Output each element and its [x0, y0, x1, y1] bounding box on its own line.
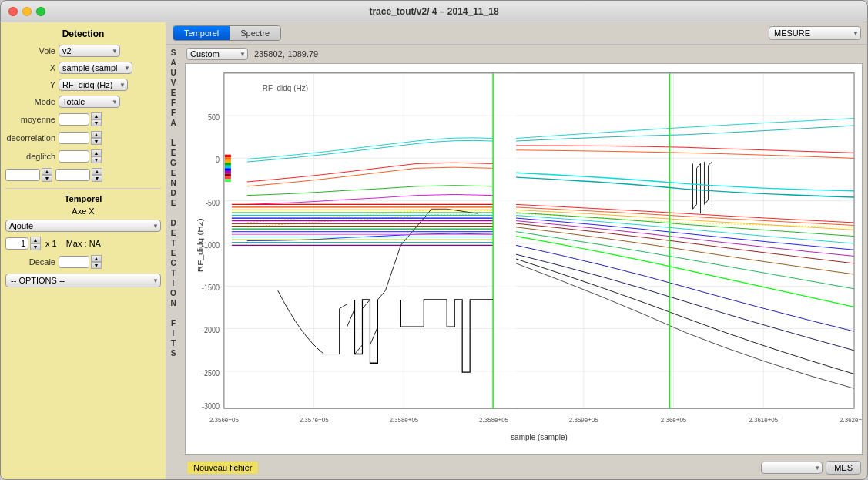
- val-neg-down[interactable]: ▼: [42, 175, 52, 182]
- voie-select[interactable]: v2: [59, 45, 120, 57]
- val-hz-input[interactable]: 30 Hz: [55, 169, 90, 181]
- custom-select[interactable]: Custom: [186, 48, 248, 60]
- deglitch-stepper-buttons: ▲ ▼: [91, 149, 102, 163]
- svg-rect-36: [225, 160, 231, 163]
- vert-i2: I: [173, 328, 175, 338]
- vert-t3: T: [171, 338, 176, 348]
- tab-temporel[interactable]: Temporel: [173, 26, 230, 40]
- val-hz-down[interactable]: ▼: [92, 175, 102, 182]
- decorrelation-input[interactable]: 0: [59, 132, 89, 144]
- moyenne-up[interactable]: ▲: [91, 112, 102, 119]
- val-neg-stepper: -1,00 ▲ ▼: [5, 168, 52, 182]
- mesure-select[interactable]: MESURE: [769, 26, 861, 40]
- chart-area[interactable]: 500 0 -500 -1000 -1500 -2000 -2500 -3000…: [185, 63, 863, 455]
- main-window: trace_tout/v2/ 4 – 2014_11_18 Detection …: [0, 0, 868, 480]
- deglitch-up[interactable]: ▲: [91, 149, 102, 156]
- svg-text:-1000: -1000: [202, 240, 220, 250]
- close-button[interactable]: [8, 7, 18, 16]
- svg-text:500: 500: [208, 112, 220, 122]
- svg-text:sample (sample): sample (sample): [511, 432, 568, 442]
- options-select-wrapper[interactable]: -- OPTIONS --: [5, 274, 161, 287]
- traffic-lights: [8, 7, 45, 16]
- vert-l: L: [171, 138, 176, 148]
- decale-down[interactable]: ▼: [91, 262, 102, 269]
- vert-i: I: [173, 278, 175, 288]
- x1-up[interactable]: ▲: [30, 237, 41, 243]
- vert-sidebar: S A U V E F F A L E G E N D E: [166, 45, 180, 479]
- temporel-title: Temporel: [5, 194, 161, 203]
- voie-select-wrapper[interactable]: v2: [59, 45, 120, 57]
- mode-select-wrapper[interactable]: Totale: [59, 96, 120, 108]
- bottom-select[interactable]: [761, 462, 823, 474]
- decale-up[interactable]: ▲: [91, 255, 102, 262]
- axe-x-label: Axe X: [5, 206, 161, 216]
- val-neg-input[interactable]: -1,00: [5, 169, 40, 181]
- minimize-button[interactable]: [22, 7, 32, 16]
- options-row: -- OPTIONS --: [5, 274, 161, 287]
- vert-e2: E: [171, 148, 176, 158]
- voie-row: Voie v2: [5, 45, 161, 57]
- decale-input[interactable]: 0,0: [59, 256, 89, 268]
- deglitch-stepper: 0 ▲ ▼: [59, 149, 102, 163]
- mode-select[interactable]: Totale: [59, 96, 120, 108]
- tab-spectre[interactable]: Spectre: [230, 26, 280, 40]
- vert-sp1: [173, 128, 175, 138]
- moyenne-down[interactable]: ▼: [91, 119, 102, 126]
- vert-e6: E: [171, 248, 176, 258]
- right-content: Custom 235802,-1089.79: [180, 45, 867, 479]
- ajoute-select-wrapper[interactable]: Ajoute: [5, 220, 161, 232]
- svg-rect-44: [493, 73, 516, 408]
- vert-d2: D: [170, 218, 176, 228]
- val-neg-up[interactable]: ▲: [42, 168, 52, 175]
- decorrelation-stepper: 0 ▲ ▼: [59, 131, 102, 145]
- x-label: X: [5, 63, 55, 72]
- deglitch-down[interactable]: ▼: [91, 156, 102, 163]
- decorrelation-up[interactable]: ▲: [91, 131, 102, 138]
- decale-buttons: ▲ ▼: [91, 255, 102, 269]
- options-select[interactable]: -- OPTIONS --: [5, 274, 161, 287]
- moyenne-input[interactable]: 1: [59, 113, 89, 126]
- vert-c: C: [170, 258, 176, 268]
- vert-sp3: [173, 308, 175, 318]
- vert-t2: T: [171, 268, 176, 278]
- nouveau-fichier[interactable]: Nouveau fichier: [186, 461, 259, 475]
- decorrelation-down[interactable]: ▼: [91, 138, 102, 145]
- vert-g: G: [170, 158, 176, 168]
- vert-t: T: [171, 238, 176, 248]
- vert-u: U: [170, 68, 176, 78]
- svg-rect-37: [225, 163, 231, 166]
- moyenne-stepper: 1 ▲ ▼: [59, 112, 102, 126]
- vert-s2: S: [171, 348, 176, 358]
- svg-text:-3000: -3000: [202, 402, 220, 411]
- x1-down[interactable]: ▼: [30, 243, 41, 250]
- svg-rect-42: [225, 176, 231, 180]
- deglitch-input[interactable]: 0: [59, 150, 89, 163]
- svg-text:2.362e+05: 2.362e+05: [840, 415, 862, 424]
- y-row: Y RF_didq (Hz): [5, 79, 161, 91]
- x-select[interactable]: sample (sampl: [59, 62, 132, 74]
- mesure-select-wrapper[interactable]: MESURE: [769, 26, 861, 40]
- svg-rect-40: [225, 171, 231, 174]
- svg-rect-34: [225, 155, 231, 158]
- y-select-wrapper[interactable]: RF_didq (Hz): [59, 79, 128, 91]
- custom-select-wrapper[interactable]: Custom: [186, 48, 248, 60]
- mes-button[interactable]: MES: [826, 461, 861, 475]
- content-area: Detection Voie v2 X sample (sampl: [1, 22, 867, 479]
- bottom-select-wrapper[interactable]: [761, 462, 823, 474]
- tab-group: Temporel Spectre: [173, 25, 281, 41]
- svg-text:2.359e+05: 2.359e+05: [569, 415, 598, 424]
- vert-n: N: [170, 178, 176, 188]
- svg-rect-39: [225, 168, 231, 171]
- x-select-wrapper[interactable]: sample (sampl: [59, 62, 132, 74]
- decorrelation-stepper-buttons: ▲ ▼: [91, 131, 102, 145]
- svg-text:2.358e+05: 2.358e+05: [479, 415, 508, 424]
- sidebar: Detection Voie v2 X sample (sampl: [1, 22, 166, 479]
- maximize-button[interactable]: [36, 7, 45, 16]
- ajoute-select[interactable]: Ajoute: [5, 220, 161, 232]
- x1-input[interactable]: [5, 237, 28, 250]
- coord-display: 235802,-1089.79: [254, 49, 318, 59]
- vert-s: S: [171, 48, 176, 58]
- deglitch-row: deglitch 0 ▲ ▼: [5, 149, 161, 163]
- val-hz-up[interactable]: ▲: [92, 168, 102, 175]
- y-select[interactable]: RF_didq (Hz): [59, 79, 128, 91]
